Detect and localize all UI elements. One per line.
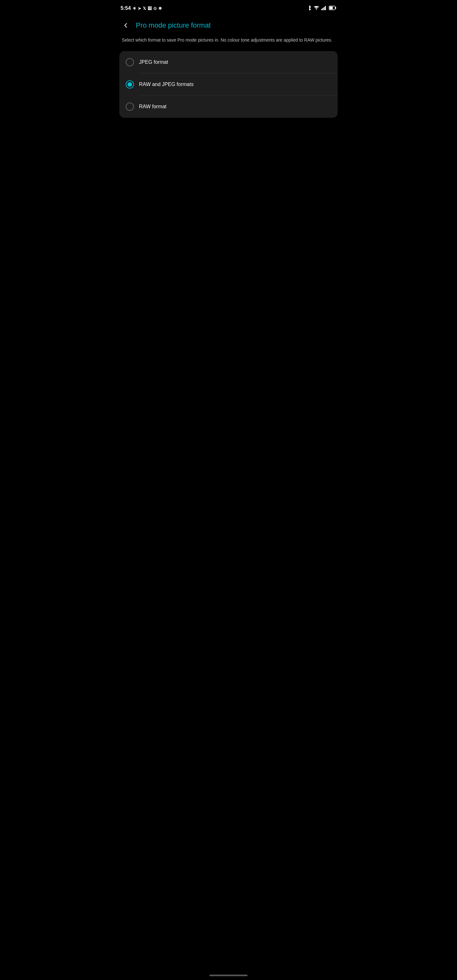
back-button[interactable]	[121, 20, 131, 30]
navigation-icon: ➤	[138, 6, 141, 11]
svg-rect-4	[325, 6, 326, 10]
twitter-icon: 𝕏	[143, 6, 146, 11]
svg-rect-2	[322, 8, 323, 10]
raw-format-option[interactable]: RAW format	[119, 95, 338, 118]
status-left: 5:54 ✳ ➤ 𝕏 🖼 ⊙ ❄	[121, 5, 162, 11]
cloud-icon: ⊙	[153, 6, 157, 11]
header: Pro mode picture format	[114, 15, 343, 34]
page-description: Select which format to save Pro mode pic…	[114, 34, 343, 51]
svg-rect-3	[324, 7, 325, 10]
status-icons: ✳ ➤ 𝕏 🖼 ⊙ ❄	[133, 6, 162, 11]
status-bar: 5:54 ✳ ➤ 𝕏 🖼 ⊙ ❄	[114, 0, 343, 15]
wifi-icon	[314, 6, 319, 11]
jpeg-format-option[interactable]: JPEG format	[119, 51, 338, 73]
options-container: JPEG format RAW and JPEG formats RAW for…	[119, 51, 338, 118]
misc-icon: ❄	[158, 6, 162, 11]
svg-rect-1	[321, 9, 322, 10]
jpeg-format-label: JPEG format	[139, 59, 168, 65]
battery-icon	[329, 6, 336, 11]
raw-jpeg-format-label: RAW and JPEG formats	[139, 81, 194, 87]
raw-radio-button[interactable]	[126, 102, 134, 111]
svg-rect-7	[330, 6, 333, 9]
status-right	[307, 5, 336, 11]
raw-jpeg-radio-button[interactable]	[126, 80, 134, 89]
bluetooth-icon	[307, 5, 312, 11]
home-indicator	[209, 975, 248, 976]
signal-strength-icon	[321, 6, 327, 11]
jpeg-radio-button[interactable]	[126, 58, 134, 66]
svg-point-0	[316, 9, 317, 10]
status-time: 5:54	[121, 5, 131, 11]
raw-format-label: RAW format	[139, 104, 167, 110]
raw-jpeg-format-option[interactable]: RAW and JPEG formats	[119, 73, 338, 95]
page-title: Pro mode picture format	[136, 21, 211, 30]
gallery-icon: 🖼	[148, 6, 152, 11]
svg-rect-6	[335, 7, 336, 9]
notification-icon-1: ✳	[133, 6, 136, 11]
